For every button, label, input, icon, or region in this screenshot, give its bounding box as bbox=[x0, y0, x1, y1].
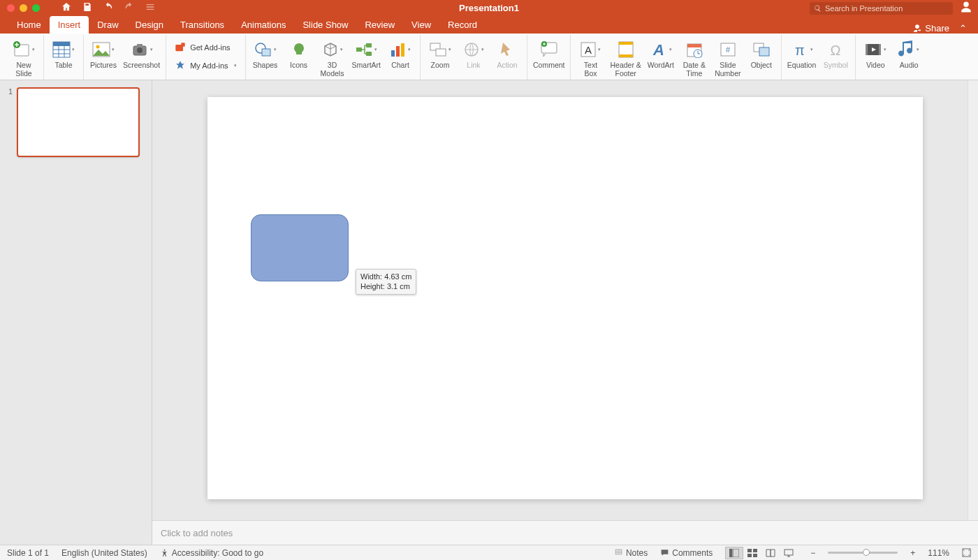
comments-icon bbox=[660, 548, 669, 557]
action-button[interactable]: Action bbox=[493, 38, 521, 70]
pictures-button[interactable]: ▾ Pictures bbox=[89, 38, 117, 70]
svg-rect-27 bbox=[619, 42, 633, 45]
redo-icon[interactable] bbox=[124, 1, 135, 15]
zoom-out-button[interactable]: − bbox=[810, 548, 815, 558]
qat-customize-icon[interactable] bbox=[145, 1, 156, 15]
wordart-button[interactable]: A▾ WordArt bbox=[647, 38, 675, 70]
close-window-icon[interactable] bbox=[7, 4, 15, 12]
tab-design[interactable]: Design bbox=[127, 16, 172, 34]
svg-text:A: A bbox=[652, 41, 664, 59]
svg-rect-15 bbox=[366, 52, 372, 56]
tab-home[interactable]: Home bbox=[8, 16, 50, 34]
notes-icon bbox=[614, 548, 623, 557]
header-footer-button[interactable]: Header & Footer bbox=[610, 38, 641, 78]
language-indicator[interactable]: English (United States) bbox=[61, 548, 147, 558]
textbox-button[interactable]: A▾ Text Box bbox=[576, 38, 604, 78]
window-controls bbox=[0, 4, 40, 12]
svg-point-5 bbox=[96, 45, 100, 49]
notes-placeholder: Click to add notes bbox=[161, 528, 233, 538]
svg-rect-46 bbox=[753, 549, 757, 552]
collapse-ribbon-icon[interactable]: ⌃ bbox=[959, 23, 967, 34]
svg-point-7 bbox=[137, 47, 143, 53]
search-box[interactable] bbox=[810, 2, 953, 15]
table-button[interactable]: ▾ Table bbox=[50, 38, 78, 70]
screenshot-button[interactable]: ▾ Screenshot bbox=[123, 38, 160, 70]
account-icon[interactable] bbox=[960, 1, 978, 15]
search-input[interactable] bbox=[825, 4, 949, 13]
shape-size-tooltip: Width: 4.63 cm Height: 3.1 cm bbox=[356, 269, 416, 295]
slide-thumbnail[interactable] bbox=[17, 87, 140, 157]
vertical-scrollbar[interactable] bbox=[968, 80, 978, 520]
home-icon[interactable] bbox=[61, 1, 72, 15]
svg-rect-10 bbox=[181, 43, 184, 46]
chart-button[interactable]: ▾ Chart bbox=[386, 38, 414, 70]
svg-rect-43 bbox=[729, 549, 732, 557]
notes-pane[interactable]: Click to add notes bbox=[152, 520, 978, 545]
zoom-level[interactable]: 111% bbox=[928, 548, 949, 558]
tab-animations[interactable]: Animations bbox=[233, 16, 294, 34]
comment-button[interactable]: Comment bbox=[533, 38, 565, 70]
smartart-button[interactable]: ▾ SmartArt bbox=[352, 38, 381, 70]
slide-indicator[interactable]: Slide 1 of 1 bbox=[7, 548, 49, 558]
video-button[interactable]: ▾ Video bbox=[861, 38, 889, 70]
svg-rect-41 bbox=[879, 44, 881, 55]
notes-toggle[interactable]: Notes bbox=[614, 548, 648, 558]
share-icon bbox=[912, 24, 922, 34]
tab-draw[interactable]: Draw bbox=[89, 16, 126, 34]
slide-thumbnail-pane[interactable]: 1 bbox=[0, 80, 152, 545]
fullscreen-window-icon[interactable] bbox=[32, 4, 40, 12]
svg-rect-17 bbox=[396, 46, 400, 57]
svg-text:A: A bbox=[585, 44, 592, 56]
symbol-button[interactable]: Ω Symbol bbox=[822, 38, 849, 70]
ribbon: ▾ New Slide ▾ Table ▾ Pictures ▾ Screens… bbox=[0, 34, 978, 80]
slide-canvas[interactable]: Width: 4.63 cm Height: 3.1 cm bbox=[207, 97, 923, 499]
normal-view-button[interactable] bbox=[725, 547, 743, 559]
minimize-window-icon[interactable] bbox=[20, 4, 27, 12]
shapes-button[interactable]: ▾ Shapes bbox=[251, 38, 279, 70]
zoom-button[interactable]: ▾ Zoom bbox=[426, 38, 454, 70]
my-addins-button[interactable]: My Add-ins▾ bbox=[172, 59, 239, 73]
zoom-in-button[interactable]: + bbox=[910, 548, 915, 558]
slide-number-button[interactable]: # Slide Number bbox=[714, 38, 742, 78]
thumbnail-number: 1 bbox=[7, 87, 13, 157]
svg-rect-40 bbox=[866, 44, 868, 55]
tab-review[interactable]: Review bbox=[356, 16, 403, 34]
icons-button[interactable]: Icons bbox=[285, 38, 313, 70]
tab-view[interactable]: View bbox=[403, 16, 439, 34]
comments-toggle[interactable]: Comments bbox=[660, 548, 713, 558]
accessibility-icon bbox=[160, 548, 169, 557]
tab-record[interactable]: Record bbox=[439, 16, 486, 34]
date-time-button[interactable]: Date & Time bbox=[680, 38, 708, 78]
title-bar: Presentation1 bbox=[0, 0, 978, 16]
reading-view-button[interactable] bbox=[761, 547, 780, 559]
rounded-rectangle-shape[interactable] bbox=[251, 214, 349, 281]
svg-rect-28 bbox=[619, 54, 633, 57]
ribbon-tabstrip: Home Insert Draw Design Transitions Anim… bbox=[0, 16, 978, 34]
tab-insert[interactable]: Insert bbox=[50, 16, 89, 34]
get-addins-button[interactable]: Get Add-ins bbox=[172, 40, 239, 54]
equation-button[interactable]: π▾ Equation bbox=[787, 38, 816, 70]
svg-rect-20 bbox=[436, 49, 446, 56]
svg-text:π: π bbox=[795, 43, 805, 58]
accessibility-button[interactable]: Accessibility: Good to go bbox=[160, 548, 263, 558]
svg-rect-16 bbox=[391, 50, 395, 57]
status-bar: Slide 1 of 1 English (United States) Acc… bbox=[0, 545, 978, 560]
tab-transitions[interactable]: Transitions bbox=[172, 16, 233, 34]
link-button[interactable]: ▾ Link bbox=[460, 38, 488, 70]
object-button[interactable]: Object bbox=[747, 38, 775, 70]
undo-icon[interactable] bbox=[103, 1, 114, 15]
tab-slideshow[interactable]: Slide Show bbox=[294, 16, 356, 34]
audio-button[interactable]: ▾ Audio bbox=[895, 38, 923, 70]
svg-rect-3 bbox=[53, 42, 70, 46]
share-button[interactable]: Share bbox=[925, 23, 949, 34]
3d-models-button[interactable]: ▾ 3D Models bbox=[319, 38, 346, 78]
svg-rect-36 bbox=[759, 47, 769, 56]
save-icon[interactable] bbox=[82, 1, 93, 15]
svg-point-42 bbox=[163, 550, 165, 551]
slideshow-view-button[interactable] bbox=[780, 547, 798, 559]
fit-to-window-button[interactable] bbox=[962, 548, 971, 557]
quick-access-toolbar bbox=[61, 1, 156, 15]
sorter-view-button[interactable] bbox=[743, 547, 761, 559]
zoom-slider[interactable] bbox=[828, 552, 898, 554]
new-slide-button[interactable]: ▾ New Slide bbox=[10, 38, 38, 78]
